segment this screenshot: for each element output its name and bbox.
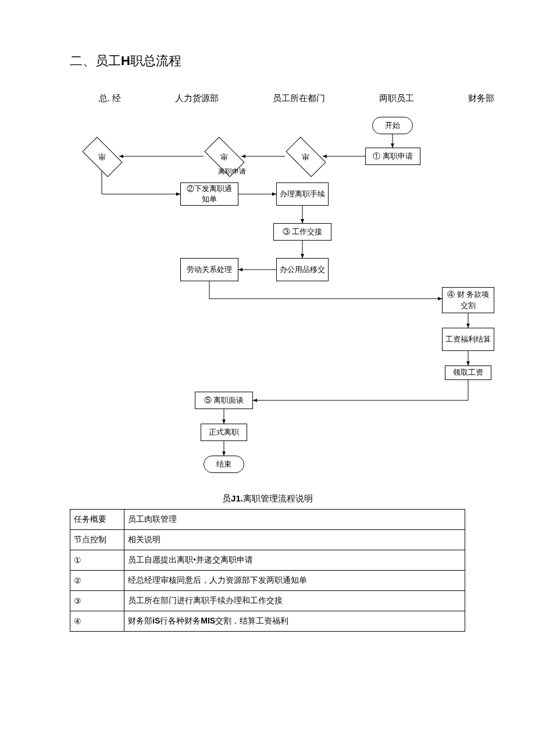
node-formal-label: 正式离职 [209,427,239,438]
node-salary-label: 工资福利结算 [445,334,491,345]
caption-suffix: 离职管理流程说明 [243,494,313,503]
node-interview-label: ⑤ 离职面谈 [204,395,244,406]
cell-key: 任务概要 [70,510,124,530]
table-row: 任务概要 员工肉联管理 [70,510,465,530]
node-handle-label: 办理离职手续 [280,189,325,199]
node-formal: 正式离职 [201,424,247,441]
caption-prefix: 员 [222,494,231,503]
node-review-gm: 审 [82,137,122,177]
title-prefix: 二、员工 [70,53,121,68]
node-start-label: 开始 [385,120,400,131]
r6-a: 财务部 [128,617,152,625]
flowchart: 开始 ① 离职申请 审 审 审 离职申请 ②下发离职通知单 办理离职手续 ③ 工… [70,116,512,476]
cell-val: 员工自愿提出离职•并递交离职申请 [124,550,465,571]
node-interview: ⑤ 离职面谈 [195,392,253,409]
caption-bold: J1. [231,493,243,503]
cell-val: 员工肉联管理 [124,510,465,530]
node-collect-label: 领取工资 [453,367,483,378]
r6-d: MIS [201,616,215,625]
page-title: 二、员工H职总流程 [70,52,500,70]
node-finance: ④ 财 务款项交割 [442,287,494,313]
cell-key: ② [70,571,124,591]
cell-key: 节点控制 [70,530,124,550]
node-end: 结束 [204,456,244,473]
node-finance-label: ④ 财 务款项交割 [445,289,491,310]
title-suffix: 职总流程 [130,53,181,68]
cell-key: ④ [70,611,124,632]
table-row: ① 员工自愿提出离职•并递交离职申请 [70,550,465,571]
node-review-hr-label: 审 [206,152,241,163]
node-review-dept: 审 [286,137,326,177]
table-row: ③ 员工所在部门进行离职手续办理和工作交接 [70,591,465,611]
table-row: ② 经总经理审核同意后，人力资源部下发两职通知单 [70,571,465,591]
node-handle: 办理离职手续 [276,182,329,206]
node-start: 开始 [372,117,413,134]
node-end-label: 结束 [216,459,231,470]
node-supplies: 办公用品移交 [276,258,329,281]
node-apply: ① 离职申请 [365,148,420,165]
lane-dept: 员工所在都门 [273,93,325,104]
swimlane-headers: 总. 经 人力货源部 员工所在都门 两职员工 财务部 [99,93,494,104]
node-apply-label: ① 离职申请 [373,151,412,162]
lane-finance: 财务部 [468,93,494,104]
cell-val: 经总经理审核同意后，人力资源部下发两职通知单 [124,571,465,591]
node-notice-label: ②下发离职通知单 [183,184,236,205]
node-collect: 领取工资 [445,366,491,380]
r6-c: 行各种财务 [160,617,201,625]
node-supplies-label: 办公用品移交 [280,264,325,275]
node-labor: 劳动关系处理 [180,258,238,281]
table-caption: 员J1.离职管理流程说明 [35,493,500,504]
table-row: 节点控制 相关说明 [70,530,465,550]
cell-key: ③ [70,591,124,611]
node-handover-label: ③ 工作交接 [283,227,322,237]
node-review-gm-label: 审 [84,152,119,163]
cell-val: 相关说明 [124,530,465,550]
description-table: 任务概要 员工肉联管理 节点控制 相关说明 ① 员工自愿提出离职•并递交离职申请… [70,509,465,632]
node-notice: ②下发离职通知单 [180,182,238,206]
lane-gm: 总. 经 [99,93,121,104]
lane-employee: 两职员工 [379,93,414,104]
lane-hr: 人力货源部 [175,93,219,104]
cell-val: 员工所在部门进行离职手续办理和工作交接 [124,591,465,611]
node-handover: ③ 工作交接 [273,223,331,241]
apply-label: 离职申请 [218,167,246,177]
r6-e: 交割，结算工资福利 [215,617,288,625]
node-review-dept-label: 审 [288,152,323,163]
r6-b: iS [152,616,160,625]
node-labor-label: 劳动关系处理 [187,264,232,275]
cell-key: ① [70,550,124,571]
table-row: ④ 财务部iS行各种财务MIS交割，结算工资福利 [70,611,465,632]
cell-val: 财务部iS行各种财务MIS交割，结算工资福利 [124,611,465,632]
node-salary: 工资福利结算 [442,328,494,351]
title-latin: H [121,53,130,68]
